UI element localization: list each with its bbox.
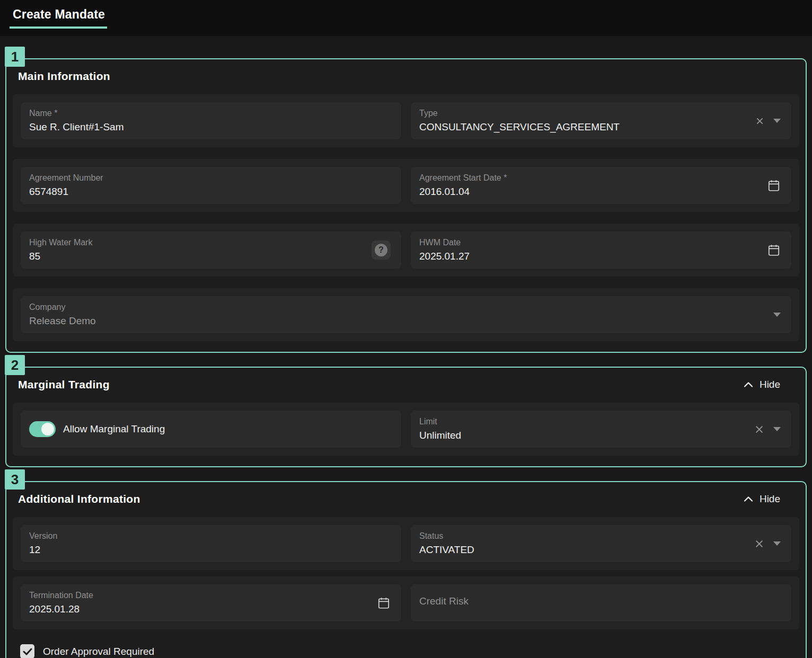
field-label: Agreement Start Date * — [419, 173, 760, 183]
field-label: Company — [29, 302, 766, 312]
field-main: High Water Mark 85 — [29, 237, 364, 263]
field-main: Status ACTIVATED — [419, 531, 747, 556]
termination-date-field[interactable]: Termination Date 2025.01.28 — [21, 584, 401, 621]
field-label: Type — [419, 108, 748, 118]
field-row: Company Release Demo — [13, 288, 799, 341]
field-icons — [767, 179, 783, 192]
field-main: Version 12 — [29, 531, 393, 556]
field-value: 2025.01.28 — [29, 603, 369, 616]
field-main: Name * Sue R. Client#1-Sam — [29, 108, 393, 134]
field-main: Agreement Start Date * 2016.01.04 — [419, 173, 760, 198]
calendar-icon[interactable] — [767, 243, 781, 257]
chevron-down-icon[interactable] — [773, 541, 781, 546]
field-main: Credit Risk — [419, 595, 783, 610]
agreement-number-field[interactable]: Agreement Number 6574891 — [21, 167, 401, 204]
type-select[interactable]: Type CONSULTANCY_SERVICES_AGREEMENT — [411, 102, 791, 139]
field-row: Allow Marginal Trading Limit Unlimited — [13, 403, 799, 456]
field-row: Name * Sue R. Client#1-Sam Type CONSULTA… — [13, 94, 799, 147]
field-main: Agreement Number 6574891 — [29, 173, 393, 198]
limit-select[interactable]: Limit Unlimited — [411, 411, 791, 448]
field-value: ACTIVATED — [419, 544, 747, 556]
high-water-mark-field[interactable]: High Water Mark 85 ? — [21, 232, 401, 269]
field-main: HWM Date 2025.01.27 — [419, 237, 760, 263]
step-badge-1: 1 — [5, 47, 25, 67]
field-label: High Water Mark — [29, 237, 364, 247]
field-icons: ? — [372, 241, 393, 260]
toggle-label: Allow Marginal Trading — [63, 423, 165, 435]
field-icons — [755, 425, 783, 434]
main-information-header: Main Information — [13, 68, 799, 85]
allow-marginal-trading-toggle-field: Allow Marginal Trading — [21, 411, 401, 448]
chevron-down-icon[interactable] — [773, 427, 781, 431]
field-row: Version 12 Status ACTIVATED — [13, 517, 799, 570]
name-field[interactable]: Name * Sue R. Client#1-Sam — [21, 102, 401, 139]
field-label: HWM Date — [419, 237, 760, 247]
clear-icon[interactable] — [755, 539, 764, 548]
field-main: Type CONSULTANCY_SERVICES_AGREEMENT — [419, 108, 748, 134]
step-badge-3: 3 — [5, 469, 25, 490]
page-title: Create Mandate — [10, 7, 107, 29]
help-icon: ? — [375, 244, 387, 256]
field-icons — [767, 243, 783, 257]
section-marginal-trading: 2 Marginal Trading Hide Allow Marginal T… — [5, 367, 807, 467]
field-value: 2016.01.04 — [419, 185, 760, 198]
credit-risk-field[interactable]: Credit Risk — [411, 584, 791, 621]
calendar-icon[interactable] — [767, 179, 781, 192]
agreement-start-date-field[interactable]: Agreement Start Date * 2016.01.04 — [411, 167, 791, 204]
calendar-icon[interactable] — [377, 596, 391, 610]
marginal-trading-header: Marginal Trading Hide — [13, 376, 799, 393]
field-main: Company Release Demo — [29, 302, 766, 327]
chevron-up-icon — [744, 496, 753, 502]
field-label: Name * — [29, 108, 393, 118]
checkbox-label: Order Approval Required — [43, 646, 154, 657]
field-value: 12 — [29, 544, 393, 556]
field-label: Status — [419, 531, 747, 541]
field-row: Termination Date 2025.01.28 Credit Risk — [13, 576, 799, 629]
checkbox-checked-icon[interactable] — [20, 644, 34, 658]
field-label: Agreement Number — [29, 173, 393, 183]
field-value: 2025.01.27 — [419, 250, 760, 263]
field-label: Limit — [419, 416, 747, 426]
field-row: Agreement Number 6574891 Agreement Start… — [13, 159, 799, 212]
field-icons — [377, 596, 393, 610]
chevron-down-icon[interactable] — [773, 119, 781, 123]
field-icons — [756, 117, 783, 125]
company-select[interactable]: Company Release Demo — [21, 296, 791, 333]
version-field[interactable]: Version 12 — [21, 525, 401, 562]
section-title: Additional Information — [18, 493, 140, 505]
clear-icon[interactable] — [755, 425, 764, 434]
section-main-information: 1 Main Information Name * Sue R. Client#… — [5, 58, 807, 353]
section-title: Main Information — [18, 70, 110, 83]
field-main: Limit Unlimited — [419, 416, 747, 442]
status-select[interactable]: Status ACTIVATED — [411, 525, 791, 562]
toggle-switch[interactable] — [29, 421, 56, 437]
hwm-date-field[interactable]: HWM Date 2025.01.27 — [411, 232, 791, 269]
toggle-knob — [41, 423, 54, 435]
chevron-down-icon[interactable] — [773, 313, 781, 317]
hide-label: Hide — [760, 493, 780, 505]
order-approval-required-checkbox-row[interactable]: Order Approval Required — [20, 644, 799, 658]
field-value: 85 — [29, 250, 364, 263]
hide-section-button[interactable]: Hide — [744, 493, 780, 505]
field-label: Termination Date — [29, 590, 369, 600]
additional-information-header: Additional Information Hide — [13, 491, 799, 508]
field-value: Release Demo — [29, 315, 766, 327]
top-bar: Create Mandate — [0, 0, 812, 36]
chevron-up-icon — [744, 381, 753, 388]
section-additional-information: 3 Additional Information Hide Version 12… — [5, 481, 807, 658]
field-label: Credit Risk — [419, 595, 783, 608]
content: 1 Main Information Name * Sue R. Client#… — [0, 36, 812, 658]
field-icons — [773, 313, 783, 317]
hide-section-button[interactable]: Hide — [744, 379, 780, 390]
field-value: 6574891 — [29, 185, 393, 198]
help-button[interactable]: ? — [372, 241, 391, 260]
hide-label: Hide — [760, 379, 780, 390]
field-value: Unlimited — [419, 429, 747, 442]
field-value: Sue R. Client#1-Sam — [29, 121, 393, 134]
field-value: CONSULTANCY_SERVICES_AGREEMENT — [419, 121, 748, 134]
field-icons — [755, 539, 783, 548]
section-title: Marginal Trading — [18, 378, 110, 391]
clear-icon[interactable] — [756, 117, 764, 125]
step-badge-2: 2 — [5, 355, 25, 375]
field-main: Termination Date 2025.01.28 — [29, 590, 369, 616]
